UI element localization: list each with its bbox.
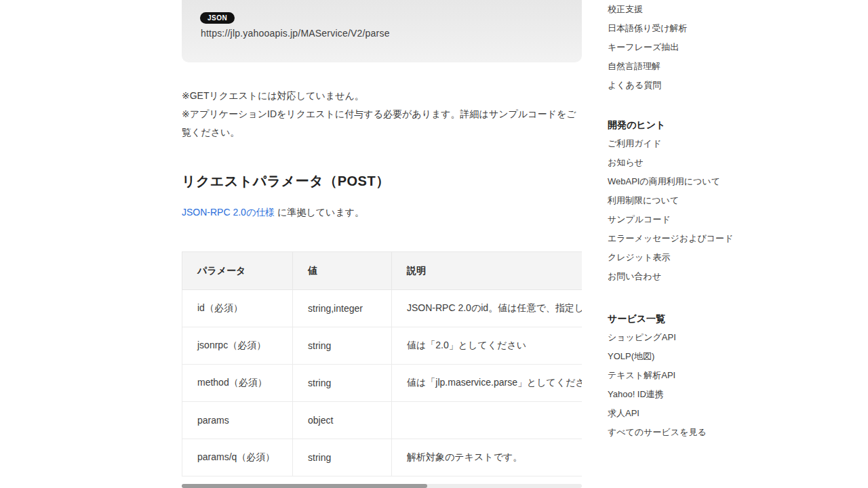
sidebar-item-yolp[interactable]: YOLP(地図)	[608, 347, 764, 366]
sidebar-item-shopping-api[interactable]: ショッピングAPI	[608, 328, 764, 347]
sidebar-item-contact[interactable]: お問い合わせ	[608, 267, 764, 286]
sidebar-link[interactable]: よくある質問	[608, 80, 661, 90]
cell-desc: 解析対象のテキストです。	[392, 439, 583, 476]
sidebar-item-commercial-use[interactable]: WebAPIの商用利用について	[608, 172, 764, 191]
sidebar-link[interactable]: ご利用ガイド	[608, 138, 661, 148]
sidebar-link[interactable]: ショッピングAPI	[608, 332, 676, 342]
main-content: JSON https://jlp.yahooapis.jp/MAService/…	[182, 0, 582, 488]
sidebar-item-sample-code[interactable]: サンプルコード	[608, 210, 764, 229]
horizontal-scrollbar-thumb[interactable]	[182, 484, 427, 488]
sidebar-link[interactable]: エラーメッセージおよびコード	[608, 233, 733, 243]
sidebar-item-faq[interactable]: よくある質問	[608, 76, 764, 95]
cell-param: params/q（必須）	[182, 439, 293, 476]
note-appid-required: ※アプリケーションIDをリクエストに付与する必要があります。詳細はサンプルコード…	[182, 105, 582, 142]
sidebar-dev-hints-links: ご利用ガイド お知らせ WebAPIの商用利用について 利用制限について サンプ…	[608, 134, 764, 286]
note-get-unsupported: ※GETリクエストには対応していません。	[182, 87, 582, 105]
sidebar-item-nlu[interactable]: 自然言語理解	[608, 57, 764, 76]
request-notes: ※GETリクエストには対応していません。 ※アプリケーションIDをリクエストに付…	[182, 87, 582, 142]
sidebar-link[interactable]: テキスト解析API	[608, 370, 675, 380]
cell-desc: 値は「2.0」としてください	[392, 327, 583, 365]
sidebar-link[interactable]: お問い合わせ	[608, 271, 661, 281]
cell-value: string	[293, 327, 392, 365]
table-header-row: パラメータ 値 説明	[182, 252, 583, 290]
sidebar-link[interactable]: 求人API	[608, 408, 639, 418]
sidebar-item-news[interactable]: お知らせ	[608, 153, 764, 172]
sidebar-item-error-codes[interactable]: エラーメッセージおよびコード	[608, 229, 764, 248]
sidebar-item-job-api[interactable]: 求人API	[608, 404, 764, 423]
parameter-table-viewport: パラメータ 値 説明 id（必須） string,integer JSON-RP…	[182, 251, 582, 479]
sidebar-item-rate-limit[interactable]: 利用制限について	[608, 191, 764, 210]
table-row: method（必須） string 値は「jlp.maservice.parse…	[182, 365, 583, 402]
page: JSON https://jlp.yahooapis.jp/MAService/…	[0, 0, 868, 488]
sidebar-item-credit-display[interactable]: クレジット表示	[608, 248, 764, 267]
sidebar-link[interactable]: Yahoo! ID連携	[608, 389, 664, 399]
sidebar-link[interactable]: 校正支援	[608, 4, 643, 14]
sidebar: 校正支援 日本語係り受け解析 キーフレーズ抽出 自然言語理解 よくある質問 開発…	[608, 0, 764, 442]
section-title-request-parameters: リクエストパラメータ（POST）	[182, 172, 390, 190]
header-parameter: パラメータ	[182, 252, 293, 290]
sidebar-link[interactable]: お知らせ	[608, 157, 644, 167]
sidebar-heading-services: サービス一覧	[608, 309, 764, 328]
cell-value: string	[293, 439, 392, 476]
sidebar-link[interactable]: キーフレーズ抽出	[608, 42, 679, 52]
endpoint-code-block: JSON https://jlp.yahooapis.jp/MAService/…	[182, 0, 582, 62]
cell-value: string	[293, 365, 392, 402]
sidebar-item-all-services[interactable]: すべてのサービスを見る	[608, 423, 764, 442]
header-value: 値	[293, 252, 392, 290]
spec-suffix-text: に準拠しています。	[275, 207, 364, 218]
horizontal-scrollbar-track[interactable]	[182, 484, 582, 488]
sidebar-services-links: ショッピングAPI YOLP(地図) テキスト解析API Yahoo! ID連携…	[608, 328, 764, 442]
sidebar-link[interactable]: 日本語係り受け解析	[608, 23, 688, 33]
sidebar-item-keyphrase-extraction[interactable]: キーフレーズ抽出	[608, 38, 764, 57]
sidebar-item-kousei-shien[interactable]: 校正支援	[608, 0, 764, 19]
sidebar-item-text-analysis-api[interactable]: テキスト解析API	[608, 366, 764, 385]
sidebar-heading-dev-hints: 開発のヒント	[608, 115, 764, 134]
endpoint-url: https://jlp.yahooapis.jp/MAService/V2/pa…	[201, 28, 390, 39]
parameter-table: パラメータ 値 説明 id（必須） string,integer JSON-RP…	[182, 251, 582, 476]
cell-param: id（必須）	[182, 290, 293, 327]
table-row: jsonrpc（必須） string 値は「2.0」としてください	[182, 327, 583, 365]
sidebar-item-usage-guide[interactable]: ご利用ガイド	[608, 134, 764, 153]
table-row: id（必須） string,integer JSON-RPC 2.0のid。値は…	[182, 290, 583, 327]
table-row: params object	[182, 402, 583, 439]
cell-value: string,integer	[293, 290, 392, 327]
sidebar-link[interactable]: YOLP(地図)	[608, 351, 654, 361]
sidebar-item-yahoo-id[interactable]: Yahoo! ID連携	[608, 385, 764, 404]
cell-value: object	[293, 402, 392, 439]
cell-desc: JSON-RPC 2.0のid。値は任意で、指定した値	[392, 290, 583, 327]
table-row: params/q（必須） string 解析対象のテキストです。	[182, 439, 583, 476]
header-description: 説明	[392, 252, 583, 290]
cell-desc	[392, 402, 583, 439]
sidebar-link[interactable]: クレジット表示	[608, 252, 671, 262]
cell-param: params	[182, 402, 293, 439]
sidebar-link[interactable]: サンプルコード	[608, 214, 671, 224]
jsonrpc-spec-link[interactable]: JSON-RPC 2.0の仕様	[182, 207, 275, 218]
sidebar-item-kakariuke-kaiseki[interactable]: 日本語係り受け解析	[608, 19, 764, 38]
json-format-badge: JSON	[200, 12, 235, 24]
cell-desc: 値は「jlp.maservice.parse」としてください	[392, 365, 583, 402]
sidebar-link[interactable]: 利用制限について	[608, 195, 679, 205]
cell-param: jsonrpc（必須）	[182, 327, 293, 365]
sidebar-top-links: 校正支援 日本語係り受け解析 キーフレーズ抽出 自然言語理解 よくある質問	[608, 0, 764, 95]
spec-compliance-line: JSON-RPC 2.0の仕様 に準拠しています。	[182, 207, 364, 219]
sidebar-link[interactable]: WebAPIの商用利用について	[608, 176, 720, 186]
sidebar-link[interactable]: 自然言語理解	[608, 61, 660, 71]
sidebar-link[interactable]: すべてのサービスを見る	[608, 427, 707, 437]
cell-param: method（必須）	[182, 365, 293, 402]
